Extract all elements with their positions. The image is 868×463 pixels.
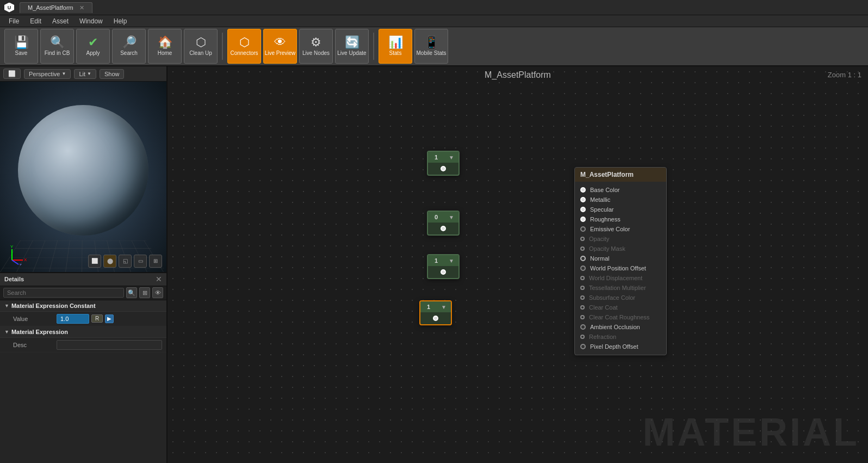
pin-ccr-circle[interactable] [580, 315, 585, 319]
prop-row-value: Value R ▶ [0, 312, 166, 326]
find-in-cb-button[interactable]: 🔍 Find in CB [40, 29, 74, 64]
pin-base-color[interactable]: Base Color [575, 185, 666, 195]
mobile-stats-button[interactable]: 📱 Mobile Stats [414, 29, 448, 64]
stats-button[interactable]: 📊 Stats [379, 29, 412, 64]
tab-m-assetplatform[interactable]: M_AssetPlatform ✕ [20, 2, 92, 13]
tab-close-icon[interactable]: ✕ [79, 4, 84, 11]
value-reset-button[interactable]: R [91, 314, 103, 323]
live-nodes-button[interactable]: ⚙ Live Nodes [299, 29, 333, 64]
node3-value: 1 [432, 257, 440, 264]
menu-help[interactable]: Help [108, 16, 133, 26]
node3-dropdown-icon[interactable]: ▼ [449, 258, 454, 264]
pin-opacity-mask[interactable]: Opacity Mask [575, 244, 666, 254]
vp-ctrl-grid[interactable]: ⊞ [149, 255, 162, 268]
pin-world-disp-circle[interactable] [580, 276, 585, 280]
pin-ambient-occlusion[interactable]: Ambient Occlusion [575, 322, 666, 332]
pin-world-displacement[interactable]: World Displacement [575, 273, 666, 283]
pin-tess-circle[interactable] [580, 286, 585, 290]
viewport-lit-btn[interactable]: Lit [74, 69, 96, 79]
clean-up-button[interactable]: ⬡ Clean Up [184, 29, 218, 64]
node1-output-pin[interactable] [441, 166, 446, 171]
menu-file[interactable]: File [3, 16, 24, 26]
section-mat-expr-const[interactable]: Material Expression Constant [0, 300, 166, 312]
value-input[interactable] [57, 314, 89, 324]
main-layout: ⬜ Perspective Lit Show X Y Z [0, 66, 868, 463]
viewport-perspective-btn[interactable]: Perspective [24, 69, 71, 79]
details-eye-btn[interactable]: 👁 [152, 287, 163, 298]
details-search-icon-btn[interactable]: 🔍 [126, 287, 137, 298]
pin-roughness[interactable]: Roughness [575, 214, 666, 224]
pin-refraction[interactable]: Refraction [575, 332, 666, 342]
home-button[interactable]: 🏠 Home [148, 29, 182, 64]
vp-ctrl-cylinder[interactable]: ⬤ [103, 255, 116, 268]
pin-metallic-circle[interactable] [580, 197, 586, 202]
save-button[interactable]: 💾 Save [4, 29, 38, 64]
pin-clear-coat[interactable]: Clear Coat [575, 303, 666, 312]
menu-asset[interactable]: Asset [47, 16, 74, 26]
viewport-show-btn[interactable]: Show [100, 69, 125, 79]
pin-pdo-circle[interactable] [580, 344, 586, 349]
vp-ctrl-sphere[interactable]: ⬜ [88, 255, 101, 268]
pin-roughness-circle[interactable] [580, 217, 586, 222]
axes-icon: X Y Z [7, 244, 28, 266]
clean-up-label: Clean Up [189, 50, 212, 56]
details-close-button[interactable]: ✕ [156, 275, 162, 283]
const-node-4[interactable]: 1 ▼ [419, 300, 452, 325]
material-node-name: M_AssetPlatform [580, 171, 634, 178]
pin-metallic[interactable]: Metallic [575, 195, 666, 205]
details-search-input[interactable] [3, 288, 124, 298]
live-preview-button[interactable]: 👁 Live Preview [263, 29, 297, 64]
live-update-button[interactable]: 🔄 Live Update [335, 29, 369, 64]
pin-clear-coat-roughness[interactable]: Clear Coat Roughness [575, 312, 666, 322]
vp-toggle-btn[interactable]: ⬜ [3, 69, 21, 79]
const-node-1[interactable]: 1 ▼ [427, 151, 460, 176]
perspective-label: Perspective [29, 71, 60, 77]
menu-window[interactable]: Window [74, 16, 108, 26]
stats-icon: 📊 [388, 36, 403, 48]
apply-button[interactable]: ✔ Apply [76, 29, 110, 64]
connectors-button[interactable]: ⬡ Connectors [227, 29, 261, 64]
desc-input[interactable] [57, 340, 162, 350]
material-output-node[interactable]: M_AssetPlatform Base Color Metallic Spec… [574, 167, 667, 355]
vp-ctrl-box[interactable]: ▭ [134, 255, 147, 268]
pin-subsurface-circle[interactable] [580, 295, 585, 300]
const-node-3[interactable]: 1 ▼ [427, 254, 460, 279]
vp-ctrl-plane[interactable]: ◱ [119, 255, 132, 268]
node2-dropdown-icon[interactable]: ▼ [449, 214, 454, 220]
search-button[interactable]: 🔎 Search [112, 29, 146, 64]
pin-base-color-circle[interactable] [580, 187, 586, 193]
node2-output-pin[interactable] [441, 226, 446, 231]
pin-pixel-depth-offset[interactable]: Pixel Depth Offset [575, 342, 666, 351]
graph-area[interactable]: M_AssetPlatform Zoom 1 : 1 1 ▼ [168, 66, 868, 463]
pin-specular-circle[interactable] [580, 207, 586, 212]
pin-subsurface-color[interactable]: Subsurface Color [575, 293, 666, 303]
pin-emissive-color[interactable]: Emissive Color [575, 224, 666, 234]
node4-dropdown-icon[interactable]: ▼ [441, 304, 447, 310]
node1-dropdown-icon[interactable]: ▼ [449, 155, 454, 160]
save-label: Save [15, 50, 28, 56]
pin-opacity[interactable]: Opacity [575, 234, 666, 244]
pin-normal[interactable]: Normal [575, 254, 666, 263]
pin-opacity-mask-circle[interactable] [580, 246, 585, 251]
pin-emissive-circle[interactable] [580, 226, 586, 232]
value-arrow-button[interactable]: ▶ [105, 314, 114, 323]
details-grid-view-btn[interactable]: ⊞ [139, 287, 150, 298]
const-node-2[interactable]: 0 ▼ [427, 211, 460, 236]
pin-clear-coat-circle[interactable] [580, 305, 585, 310]
toolbar: 💾 Save 🔍 Find in CB ✔ Apply 🔎 Search 🏠 H… [0, 27, 868, 66]
pin-ao-circle[interactable] [580, 324, 586, 330]
pin-tessellation[interactable]: Tessellation Multiplier [575, 283, 666, 293]
pin-refraction-circle[interactable] [580, 335, 585, 339]
details-header: Details ✕ [0, 273, 166, 286]
node4-output-pin[interactable] [433, 316, 438, 321]
pin-specular[interactable]: Specular [575, 205, 666, 214]
section-mat-expr[interactable]: Material Expression [0, 326, 166, 338]
pin-world-pos-offset[interactable]: World Position Offset [575, 263, 666, 273]
svg-text:X: X [24, 257, 27, 262]
pin-normal-circle[interactable] [580, 256, 586, 261]
menu-edit[interactable]: Edit [24, 16, 47, 26]
pin-world-pos-circle[interactable] [580, 266, 586, 271]
node3-output-pin[interactable] [441, 269, 446, 275]
pin-opacity-circle[interactable] [580, 237, 585, 241]
tab-title: M_AssetPlatform [28, 4, 73, 11]
